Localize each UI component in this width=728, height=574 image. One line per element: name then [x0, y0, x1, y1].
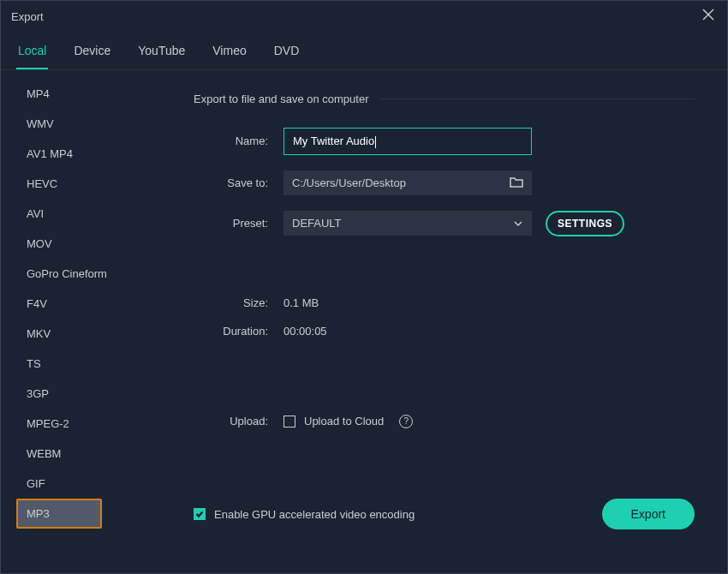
- tab-dvd[interactable]: DVD: [272, 39, 301, 69]
- duration-value: 00:00:05: [283, 325, 327, 338]
- format-mp4[interactable]: MP4: [16, 79, 159, 109]
- divider: [379, 99, 695, 99]
- export-button[interactable]: Export: [602, 499, 695, 529]
- format-hevc[interactable]: HEVC: [16, 169, 159, 199]
- name-input[interactable]: My Twitter Audio: [283, 128, 532, 155]
- tab-youtube[interactable]: YouTube: [136, 39, 187, 69]
- format-3gp[interactable]: 3GP: [16, 379, 159, 409]
- format-mov[interactable]: MOV: [16, 229, 159, 259]
- preset-select[interactable]: DEFAULT: [283, 211, 532, 236]
- format-av1-mp4[interactable]: AV1 MP4: [16, 139, 159, 169]
- main-panel: Export to file and save on computer Name…: [168, 70, 727, 550]
- format-mpeg2[interactable]: MPEG-2: [16, 409, 159, 439]
- size-value: 0.1 MB: [283, 296, 319, 309]
- format-mp3[interactable]: MP3: [16, 499, 102, 529]
- duration-label: Duration:: [194, 325, 283, 338]
- help-icon[interactable]: ?: [399, 415, 413, 428]
- save-to-field[interactable]: C:/Users/User/Desktop: [283, 170, 532, 195]
- format-wmv[interactable]: WMV: [16, 109, 159, 139]
- save-to-label: Save to:: [194, 176, 283, 189]
- settings-button[interactable]: SETTINGS: [546, 211, 624, 236]
- upload-cloud-checkbox[interactable]: [283, 416, 295, 428]
- upload-label: Upload:: [194, 415, 283, 428]
- preset-value: DEFAULT: [292, 217, 342, 230]
- close-icon: [702, 9, 714, 24]
- section-header-text: Export to file and save on computer: [194, 93, 369, 105]
- format-gif[interactable]: GIF: [16, 469, 159, 499]
- gpu-checkbox[interactable]: [194, 508, 206, 520]
- preset-label: Preset:: [194, 217, 283, 230]
- chevron-down-icon: [513, 218, 523, 229]
- close-button[interactable]: [700, 8, 717, 25]
- tab-local[interactable]: Local: [16, 39, 48, 69]
- name-label: Name:: [194, 135, 283, 147]
- window-title: Export: [11, 10, 44, 23]
- format-gopro[interactable]: GoPro Cineform: [16, 259, 159, 289]
- format-avi[interactable]: AVI: [16, 199, 159, 229]
- format-webm[interactable]: WEBM: [16, 439, 159, 469]
- gpu-label: Enable GPU accelerated video encoding: [214, 508, 415, 521]
- footer: Enable GPU accelerated video encoding Ex…: [168, 483, 727, 550]
- format-sidebar: MP4 WMV AV1 MP4 HEVC AVI MOV GoPro Cinef…: [1, 70, 168, 550]
- format-ts[interactable]: TS: [16, 349, 159, 379]
- upload-cloud-label: Upload to Cloud: [304, 415, 384, 428]
- tab-vimeo[interactable]: Vimeo: [211, 39, 248, 69]
- size-label: Size:: [194, 296, 283, 309]
- tab-device[interactable]: Device: [72, 39, 112, 69]
- folder-icon[interactable]: [510, 176, 523, 188]
- section-header: Export to file and save on computer: [194, 93, 695, 105]
- save-to-value: C:/Users/User/Desktop: [292, 176, 406, 189]
- format-mkv[interactable]: MKV: [16, 319, 159, 349]
- titlebar: Export: [1, 1, 727, 32]
- tab-bar: Local Device YouTube Vimeo DVD: [1, 32, 727, 70]
- format-f4v[interactable]: F4V: [16, 289, 159, 319]
